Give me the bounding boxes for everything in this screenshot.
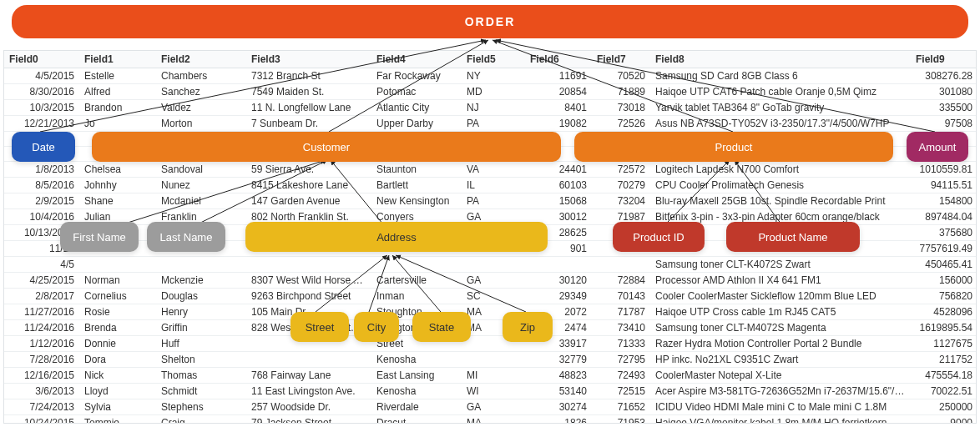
- cell: 8/5/2016: [4, 178, 79, 193]
- cell: Stephens: [156, 399, 246, 415]
- col-header[interactable]: Field4: [371, 51, 462, 68]
- cell-text: 1/12/2016: [30, 338, 74, 349]
- table-row[interactable]: 12/16/2015NickThomas768 Fairway LaneEast…: [4, 368, 977, 384]
- pill-first-name[interactable]: First Name: [60, 222, 139, 252]
- cell-text: 19082: [559, 118, 587, 129]
- cell-text: VA: [467, 163, 479, 175]
- pill-city[interactable]: City: [354, 312, 399, 342]
- cell-text: 8415 Lakeshore Lane: [251, 179, 348, 191]
- table-row[interactable]: 10/24/2015TommieCraig79 Jackson StreetDr…: [4, 415, 977, 424]
- cell: Thomas: [156, 368, 246, 384]
- col-header[interactable]: Field1: [79, 51, 156, 68]
- cell-text: Asus NB A73SD-TY052V i3-2350/17.3"/4/500…: [655, 118, 889, 129]
- pill-product[interactable]: Product: [574, 132, 893, 162]
- cell-text: Thomas: [161, 369, 197, 381]
- pill-product-id[interactable]: Product ID: [613, 222, 705, 252]
- cell-text: Brenda: [84, 322, 117, 334]
- col-header[interactable]: Field0: [4, 51, 79, 68]
- cell-text: 768 Fairway Lane: [251, 369, 331, 381]
- col-header[interactable]: Field6: [525, 51, 592, 68]
- cell-text: 73018: [618, 102, 645, 113]
- cell: MD: [462, 84, 525, 100]
- cell: 72526: [592, 116, 650, 132]
- pill-state[interactable]: State: [412, 312, 471, 342]
- cell: 4528096: [911, 304, 977, 320]
- cell-text: Samsung SD Card 8GB Class 6: [655, 70, 798, 82]
- cell: VA: [462, 162, 525, 178]
- cell-text: 901: [570, 243, 587, 254]
- cell: Haiqoe VGA/monitor kabel 1,8m M/M HQ fer…: [650, 415, 911, 424]
- cell: 70143: [592, 289, 650, 304]
- table-row[interactable]: 12/21/2013JoMorton7 Sunbeam Dr.Upper Dar…: [4, 116, 977, 132]
- cell-text: 1/8/2013: [35, 163, 74, 175]
- table-row[interactable]: 2/9/2015ShaneMcdaniel147 Garden AvenueNe…: [4, 193, 977, 209]
- table-row[interactable]: 7/28/2016DoraSheltonKenosha3277972795HP …: [4, 352, 977, 368]
- pill-amount[interactable]: Amount: [907, 132, 968, 162]
- cell: Asus NB A73SD-TY052V i3-2350/17.3"/4/500…: [650, 116, 911, 132]
- col-header[interactable]: Field3: [246, 51, 371, 68]
- cell: Haiqoe UTP Cross cable 1m RJ45 CAT5: [650, 304, 911, 320]
- cell: 72795: [592, 352, 650, 368]
- cell: PA: [462, 193, 525, 209]
- pill-product-name[interactable]: Product Name: [726, 222, 860, 252]
- cell-text: Nunez: [161, 179, 190, 191]
- cell: 72493: [592, 368, 650, 384]
- pill-address[interactable]: Address: [245, 222, 548, 252]
- cell-text: Samsung toner CLT-M4072S Magenta: [655, 322, 826, 334]
- cell-text: 7 Sunbeam Dr.: [251, 118, 318, 129]
- cell: Cornelius: [79, 289, 156, 304]
- cell-text: 10/24/2015: [24, 417, 74, 424]
- cell: Nunez: [156, 178, 246, 193]
- table-row[interactable]: 2/8/2017CorneliusDouglas9263 Birchpond S…: [4, 289, 977, 304]
- cell-text: Morton: [161, 118, 192, 129]
- cell-text: Haiqoe UTP Cross cable 1m RJ45 CAT5: [655, 306, 836, 318]
- table-row[interactable]: 8/30/2016AlfredSanchez7549 Maiden St.Pot…: [4, 84, 977, 100]
- table-row[interactable]: 7/24/2013SylviaStephens257 Woodside Dr.R…: [4, 399, 977, 415]
- cell-text: ICIDU Video HDMI Male mini C to Male min…: [655, 401, 887, 413]
- table-row[interactable]: 11/27/2016RosieHenry105 Main Dr.Stoughto…: [4, 304, 977, 320]
- cell-text: Razer Hydra Motion Controller Portal 2 B…: [655, 338, 861, 349]
- col-header[interactable]: Field8: [650, 51, 911, 68]
- table-row[interactable]: 4/25/2015NormanMckenzie8307 West Wild Ho…: [4, 273, 977, 289]
- col-header[interactable]: Field5: [462, 51, 525, 68]
- cell: Razer Hydra Motion Controller Portal 2 B…: [650, 336, 911, 352]
- cell-text: 70520: [618, 70, 645, 82]
- cell-text: Haiqoe UTP CAT6 Patch cable Oranje 0,5M …: [655, 86, 876, 98]
- col-header[interactable]: Field9: [911, 51, 977, 68]
- cell: PA: [462, 116, 525, 132]
- pill-date[interactable]: Date: [12, 132, 75, 162]
- col-header[interactable]: Field2: [156, 51, 246, 68]
- table-row[interactable]: 4/5Samsung toner CLT-K4072S Zwart450465.…: [4, 257, 977, 273]
- table-row[interactable]: 10/3/2015BrandonValdez11 N. Longfellow L…: [4, 100, 977, 116]
- cell-text: Potomac: [376, 86, 416, 98]
- table-row[interactable]: 1/12/2016DonnieHuffStreet3391771333Razer…: [4, 336, 977, 352]
- table-row[interactable]: 1/8/2013ChelseaSandoval59 Sierra Ave.Sta…: [4, 162, 977, 178]
- cell-text: Craig: [161, 417, 185, 424]
- table-row[interactable]: 8/5/2016JohnhyNunez8415 Lakeshore LaneBa…: [4, 178, 977, 193]
- cell: [246, 257, 371, 273]
- cell-text: 8/30/2016: [30, 86, 74, 98]
- col-header[interactable]: Field7: [592, 51, 650, 68]
- cell-text: 72493: [618, 369, 645, 381]
- cell-text: 20854: [559, 86, 587, 98]
- cell: 10/3/2015: [4, 100, 79, 116]
- pill-zip[interactable]: Zip: [503, 312, 553, 342]
- table-row[interactable]: 4/5/2015EstelleChambers7312 Branch StFar…: [4, 68, 977, 84]
- cell-text: Sylvia: [84, 401, 111, 413]
- cell: Dracut: [371, 415, 462, 424]
- cell: 11 N. Longfellow Lane: [246, 100, 371, 116]
- table-row[interactable]: 11/24/2016BrendaGriffin828 West Oakwood …: [4, 320, 977, 336]
- cell: 11 East Livingston Ave.: [246, 384, 371, 399]
- cell-text: 375680: [939, 227, 972, 239]
- pill-last-name[interactable]: Last Name: [147, 222, 225, 252]
- table-row[interactable]: 3/6/2013LloydSchmidt11 East Livingston A…: [4, 384, 977, 399]
- cell-text: HP inkc. No21XL C9351C Zwart: [655, 354, 798, 365]
- cell-text: 71787: [618, 306, 645, 318]
- pill-state-label: State: [429, 321, 454, 334]
- pill-customer[interactable]: Customer: [92, 132, 561, 162]
- cell-text: Logitech Lapdesk N700 Comfort: [655, 163, 799, 175]
- cell-text: 71652: [618, 401, 645, 413]
- pill-product-name-label: Product Name: [758, 231, 827, 244]
- pill-street[interactable]: Street: [290, 312, 349, 342]
- cell-text: Upper Darby: [376, 118, 433, 129]
